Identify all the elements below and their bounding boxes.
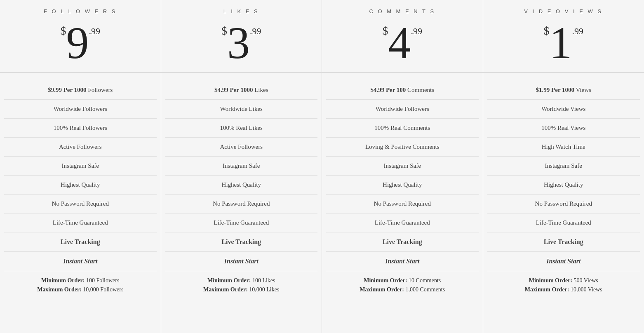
min-max-followers: Minimum Order: 100 FollowersMaximum Orde… (4, 271, 157, 300)
min-max-comments: Minimum Order: 10 CommentsMaximum Order:… (326, 271, 479, 300)
price-display-video-views: $1.99 (487, 20, 640, 66)
price-dollar-comments: $ (383, 25, 388, 37)
price-display-likes: $3.99 (165, 20, 318, 66)
feature-row-followers-6: No Password Required (4, 195, 157, 213)
feature-row-followers-0: $9.99 Per 1000 Followers (4, 81, 157, 100)
feature-row-video-views-3: High Watch Time (487, 138, 640, 157)
price-cents-comments: .99 (411, 27, 423, 36)
feature-row-likes-7: Life-Time Guaranteed (165, 213, 318, 232)
card-title-video-views: V I D E O V I E W S (487, 8, 640, 14)
feature-row-followers-3: Active Followers (4, 138, 157, 157)
card-title-followers: F O L L O W E R S (4, 8, 157, 14)
price-dollar-video-views: $ (544, 25, 550, 37)
pricing-grid: F O L L O W E R S$9.99$9.99 Per 1000 Fol… (0, 0, 644, 333)
pricing-card-likes: L I K E S$3.99$4.99 Per 1000 LikesWorldw… (161, 0, 322, 333)
feature-row-likes-3: Active Followers (165, 138, 318, 157)
price-cents-video-views: .99 (572, 27, 584, 36)
feature-row-comments-3: Loving & Positive Comments (326, 138, 479, 157)
instant-start-video-views: Instant Start (487, 252, 640, 271)
feature-row-video-views-0: $1.99 Per 1000 Views (487, 81, 640, 100)
card-body-video-views: $1.99 Per 1000 ViewsWorldwide Views100% … (483, 73, 644, 308)
feature-row-comments-5: Highest Quality (326, 176, 479, 195)
feature-row-followers-7: Life-Time Guaranteed (4, 213, 157, 232)
feature-row-video-views-5: Highest Quality (487, 176, 640, 195)
feature-row-comments-1: Worldwide Followers (326, 100, 479, 119)
card-header-likes: L I K E S$3.99 (161, 0, 322, 73)
card-body-followers: $9.99 Per 1000 FollowersWorldwide Follow… (0, 73, 161, 308)
feature-row-followers-1: Worldwide Followers (4, 100, 157, 119)
price-display-comments: $4.99 (326, 20, 479, 66)
card-title-likes: L I K E S (165, 8, 318, 14)
live-tracking-comments: Live Tracking (326, 232, 479, 252)
card-body-likes: $4.99 Per 1000 LikesWorldwide Likes100% … (161, 73, 322, 308)
price-dollar-followers: $ (61, 25, 66, 37)
card-header-video-views: V I D E O V I E W S$1.99 (483, 0, 644, 73)
feature-row-likes-2: 100% Real Likes (165, 119, 318, 138)
card-header-comments: C O M M E N T S$4.99 (322, 0, 483, 73)
feature-row-video-views-2: 100% Real Views (487, 119, 640, 138)
price-main-video-views: 1 (550, 20, 572, 66)
pricing-card-comments: C O M M E N T S$4.99$4.99 Per 100 Commen… (322, 0, 483, 333)
feature-row-video-views-6: No Password Required (487, 195, 640, 213)
feature-row-comments-0: $4.99 Per 100 Comments (326, 81, 479, 100)
price-cents-followers: .99 (89, 27, 101, 36)
card-title-comments: C O M M E N T S (326, 8, 479, 14)
feature-row-likes-1: Worldwide Likes (165, 100, 318, 119)
price-cents-likes: .99 (250, 27, 261, 36)
feature-row-likes-6: No Password Required (165, 195, 318, 213)
feature-row-comments-7: Life-Time Guaranteed (326, 213, 479, 232)
feature-row-video-views-4: Instagram Safe (487, 157, 640, 176)
price-main-comments: 4 (388, 20, 411, 66)
feature-row-video-views-1: Worldwide Views (487, 100, 640, 119)
feature-row-video-views-7: Life-Time Guaranteed (487, 213, 640, 232)
price-main-followers: 9 (66, 20, 89, 66)
feature-row-followers-4: Instagram Safe (4, 157, 157, 176)
price-dollar-likes: $ (221, 25, 227, 37)
price-display-followers: $9.99 (4, 20, 157, 66)
feature-row-likes-4: Instagram Safe (165, 157, 318, 176)
min-max-video-views: Minimum Order: 500 ViewsMaximum Order: 1… (487, 271, 640, 300)
live-tracking-followers: Live Tracking (4, 232, 157, 252)
min-max-likes: Minimum Order: 100 LikesMaximum Order: 1… (165, 271, 318, 300)
feature-row-comments-4: Instagram Safe (326, 157, 479, 176)
live-tracking-likes: Live Tracking (165, 232, 318, 252)
pricing-card-video-views: V I D E O V I E W S$1.99$1.99 Per 1000 V… (483, 0, 644, 333)
feature-row-likes-5: Highest Quality (165, 176, 318, 195)
feature-row-likes-0: $4.99 Per 1000 Likes (165, 81, 318, 100)
feature-row-comments-6: No Password Required (326, 195, 479, 213)
instant-start-comments: Instant Start (326, 252, 479, 271)
instant-start-followers: Instant Start (4, 252, 157, 271)
instant-start-likes: Instant Start (165, 252, 318, 271)
card-header-followers: F O L L O W E R S$9.99 (0, 0, 161, 73)
pricing-card-followers: F O L L O W E R S$9.99$9.99 Per 1000 Fol… (0, 0, 161, 333)
feature-row-comments-2: 100% Real Comments (326, 119, 479, 138)
price-main-likes: 3 (227, 20, 250, 66)
feature-row-followers-2: 100% Real Followers (4, 119, 157, 138)
live-tracking-video-views: Live Tracking (487, 232, 640, 252)
card-body-comments: $4.99 Per 100 CommentsWorldwide Follower… (322, 73, 483, 308)
feature-row-followers-5: Highest Quality (4, 176, 157, 195)
